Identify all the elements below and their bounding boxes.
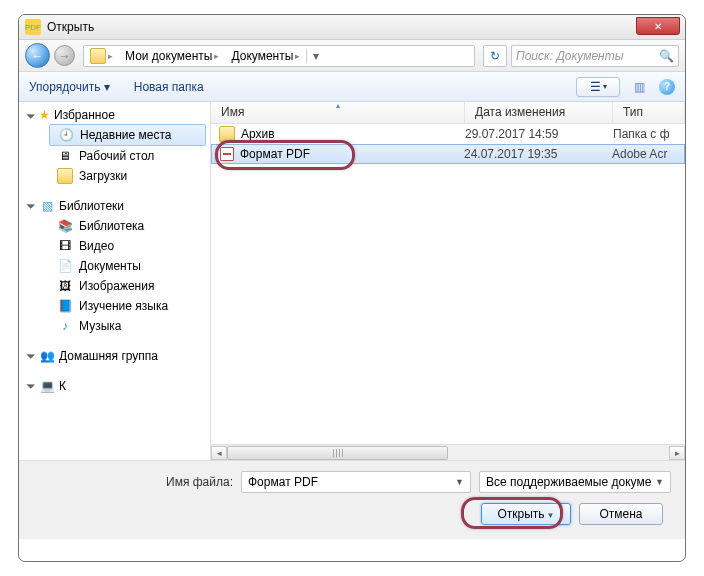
chevron-down-icon[interactable]: ▼ bbox=[455, 477, 464, 487]
sidebar-item-library[interactable]: 📚Библиотека bbox=[19, 216, 210, 236]
col-type[interactable]: Тип bbox=[613, 102, 685, 123]
open-button[interactable]: Открыть▼ bbox=[481, 503, 571, 525]
sidebar-item-images[interactable]: 🖼Изображения bbox=[19, 276, 210, 296]
libraries-header[interactable]: ▧Библиотеки bbox=[19, 196, 210, 216]
sidebar-item-documents[interactable]: 📄Документы bbox=[19, 256, 210, 276]
scroll-right-arrow[interactable]: ▸ bbox=[669, 446, 685, 460]
app-icon: PDF bbox=[25, 19, 41, 35]
homegroup-icon: 👥 bbox=[39, 348, 55, 364]
search-placeholder: Поиск: Документы bbox=[516, 49, 624, 63]
sidebar-item-desktop[interactable]: 🖥Рабочий стол bbox=[19, 146, 210, 166]
view-mode-button[interactable]: ☰▾ bbox=[576, 77, 620, 97]
homegroup-header[interactable]: 👥Домашняя группа bbox=[19, 346, 210, 366]
language-icon: 📘 bbox=[57, 298, 73, 314]
bottom-panel: Имя файла: Формат PDF▼ Все поддерживаемы… bbox=[19, 460, 685, 539]
sidebar-item-language[interactable]: 📘Изучение языка bbox=[19, 296, 210, 316]
back-button[interactable]: ← bbox=[25, 43, 50, 68]
scroll-thumb[interactable] bbox=[227, 446, 448, 460]
folder-icon bbox=[90, 48, 106, 64]
breadcrumb-seg2: Документы bbox=[231, 49, 293, 63]
organize-button[interactable]: Упорядочить ▾ bbox=[29, 80, 110, 94]
file-row-folder[interactable]: Архив 29.07.2017 14:59 Папка с ф bbox=[211, 124, 685, 144]
open-dialog: PDF Открыть ✕ ← → ▸ Мои документы ▸ Доку… bbox=[18, 14, 686, 562]
sidebar-item-music[interactable]: ♪Музыка bbox=[19, 316, 210, 336]
title-text: Открыть bbox=[47, 20, 94, 34]
images-icon: 🖼 bbox=[57, 278, 73, 294]
music-icon: ♪ bbox=[57, 318, 73, 334]
documents-icon: 📄 bbox=[57, 258, 73, 274]
col-date[interactable]: Дата изменения bbox=[465, 102, 613, 123]
scroll-left-arrow[interactable]: ◂ bbox=[211, 446, 227, 460]
close-button[interactable]: ✕ bbox=[636, 17, 680, 35]
chevron-down-icon[interactable]: ▼ bbox=[655, 477, 664, 487]
refresh-button[interactable]: ↻ bbox=[483, 45, 507, 67]
folder-icon bbox=[57, 168, 73, 184]
search-input[interactable]: Поиск: Документы 🔍 bbox=[511, 45, 679, 67]
filename-label: Имя файла: bbox=[33, 475, 233, 489]
preview-pane-icon[interactable]: ▥ bbox=[634, 80, 645, 94]
recent-icon: 🕘 bbox=[58, 127, 74, 143]
col-name[interactable]: ▴Имя bbox=[211, 102, 465, 123]
nav-row: ← → ▸ Мои документы ▸ Документы ▸ ▾ ↻ По… bbox=[19, 40, 685, 72]
star-icon: ★ bbox=[39, 108, 50, 122]
cancel-button[interactable]: Отмена bbox=[579, 503, 663, 525]
view-icon: ☰ bbox=[590, 80, 601, 94]
library-icon: 📚 bbox=[57, 218, 73, 234]
breadcrumb-dropdown[interactable]: ▾ bbox=[306, 49, 324, 63]
sort-up-icon: ▴ bbox=[336, 101, 340, 110]
file-list: ▴Имя Дата изменения Тип Архив 29.07.2017… bbox=[211, 102, 685, 460]
desktop-icon: 🖥 bbox=[57, 148, 73, 164]
favorites-header[interactable]: ★Избранное bbox=[19, 106, 210, 124]
sidebar: ★Избранное 🕘Недавние места 🖥Рабочий стол… bbox=[19, 102, 211, 460]
forward-button[interactable]: → bbox=[54, 45, 75, 66]
libraries-icon: ▧ bbox=[39, 198, 55, 214]
computer-header[interactable]: 💻К bbox=[19, 376, 210, 396]
filename-input[interactable]: Формат PDF▼ bbox=[241, 471, 471, 493]
toolbar: Упорядочить ▾ Новая папка ☰▾ ▥ ? bbox=[19, 72, 685, 102]
new-folder-button[interactable]: Новая папка bbox=[134, 80, 204, 94]
sidebar-item-downloads[interactable]: Загрузки bbox=[19, 166, 210, 186]
body: ★Избранное 🕘Недавние места 🖥Рабочий стол… bbox=[19, 102, 685, 460]
filter-dropdown[interactable]: Все поддерживаемые докуме▼ bbox=[479, 471, 671, 493]
pdf-icon bbox=[220, 147, 234, 161]
rows: Архив 29.07.2017 14:59 Папка с ф Формат … bbox=[211, 124, 685, 444]
titlebar: PDF Открыть ✕ bbox=[19, 15, 685, 40]
sidebar-item-video[interactable]: 🎞Видео bbox=[19, 236, 210, 256]
breadcrumb-seg1: Мои документы bbox=[125, 49, 212, 63]
column-headers: ▴Имя Дата изменения Тип bbox=[211, 102, 685, 124]
horizontal-scrollbar[interactable]: ◂ ▸ bbox=[211, 444, 685, 460]
video-icon: 🎞 bbox=[57, 238, 73, 254]
search-icon: 🔍 bbox=[659, 49, 674, 63]
sidebar-item-recent[interactable]: 🕘Недавние места bbox=[49, 124, 206, 146]
file-row-pdf[interactable]: Формат PDF 24.07.2017 19:35 Adobe Acr bbox=[211, 144, 685, 164]
breadcrumb[interactable]: ▸ Мои документы ▸ Документы ▸ ▾ bbox=[83, 45, 475, 67]
help-icon[interactable]: ? bbox=[659, 79, 675, 95]
folder-icon bbox=[219, 126, 235, 142]
computer-icon: 💻 bbox=[39, 378, 55, 394]
